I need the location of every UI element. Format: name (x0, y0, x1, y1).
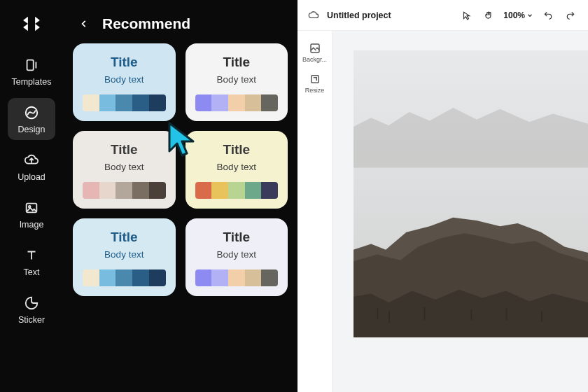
swatch (83, 94, 99, 111)
swatch (245, 94, 262, 111)
hand-tool-button[interactable] (479, 6, 498, 24)
back-button[interactable] (76, 15, 92, 32)
canvas-content (354, 50, 588, 337)
card-body: Body text (104, 162, 144, 172)
swatch (99, 94, 116, 111)
project-name[interactable]: Untitled project (327, 10, 391, 20)
background-icon (309, 42, 321, 55)
design-panel: Recommend TitleBody textTitleBody textTi… (63, 0, 298, 392)
resize-icon (309, 73, 321, 85)
card-body: Body text (217, 74, 256, 85)
swatch (83, 270, 99, 286)
panel-header: Recommend (70, 0, 290, 43)
image-icon (22, 199, 41, 217)
rail-label: Text (24, 267, 40, 277)
zoom-control[interactable]: 100% (502, 10, 535, 20)
svg-rect-0 (27, 60, 34, 71)
rail-label: Templates (12, 77, 52, 87)
card-title: Title (111, 142, 138, 158)
rail-image[interactable]: Image (8, 193, 55, 235)
card-body: Body text (217, 249, 256, 260)
swatch (211, 270, 228, 286)
left-rail: Templates Design Upload Image Text Stick… (0, 0, 63, 392)
swatch (261, 270, 278, 286)
svg-rect-9 (424, 307, 426, 320)
color-swatches (83, 94, 166, 111)
template-card[interactable]: TitleBody text (73, 218, 176, 296)
template-card[interactable]: TitleBody text (73, 131, 176, 209)
rail-design[interactable]: Design (8, 98, 55, 140)
design-icon (22, 104, 41, 122)
upload-icon (22, 151, 41, 169)
side-tools: Backgr... Resize (298, 31, 332, 392)
card-body: Body text (217, 162, 256, 172)
color-swatches (83, 270, 166, 286)
template-card[interactable]: TitleBody text (186, 131, 288, 209)
card-body: Body text (104, 74, 144, 85)
card-body: Body text (104, 249, 144, 260)
swatch (115, 270, 132, 286)
template-card[interactable]: TitleBody text (186, 218, 288, 296)
rail-label: Design (18, 125, 46, 134)
cloud-icon[interactable] (306, 8, 321, 23)
color-swatches (195, 182, 279, 199)
panel-title: Recommend (102, 15, 190, 32)
rail-text[interactable]: Text (8, 241, 55, 283)
swatch (132, 94, 149, 111)
app-logo-icon (18, 10, 46, 38)
swatch (195, 182, 212, 199)
swatch (211, 94, 228, 111)
swatch (115, 94, 132, 111)
swatch (261, 94, 278, 111)
rail-upload[interactable]: Upload (8, 146, 55, 188)
tool-label: Resize (305, 87, 325, 94)
swatch (228, 270, 245, 286)
swatch (115, 182, 132, 199)
swatch (211, 182, 228, 199)
swatch (261, 182, 278, 199)
color-swatches (195, 94, 279, 111)
template-card[interactable]: TitleBody text (73, 43, 176, 121)
sticker-icon (22, 294, 41, 312)
svg-rect-12 (541, 312, 542, 322)
swatch (83, 182, 99, 199)
card-title: Title (111, 55, 138, 70)
swatch (149, 270, 166, 286)
swatch (149, 94, 166, 111)
swatch (132, 270, 149, 286)
redo-button[interactable] (561, 6, 580, 24)
swatch (195, 270, 212, 286)
rail-templates[interactable]: Templates (8, 50, 55, 92)
undo-button[interactable] (539, 6, 557, 24)
swatch (195, 94, 212, 111)
swatch (99, 270, 116, 286)
color-swatches (195, 270, 279, 286)
canvas[interactable] (332, 31, 588, 392)
select-tool-button[interactable] (457, 6, 475, 24)
swatch (99, 182, 116, 199)
editor: Untitled project 100% Backg (298, 0, 588, 392)
resize-tool[interactable]: Resize (301, 70, 329, 97)
background-tool[interactable]: Backgr... (301, 39, 329, 66)
text-icon (22, 246, 41, 265)
color-swatches (83, 182, 166, 199)
templates-icon (22, 56, 41, 74)
swatch (245, 270, 262, 286)
rail-label: Sticker (18, 315, 45, 325)
rail-label: Image (20, 220, 44, 230)
zoom-value: 100% (503, 10, 525, 20)
swatch (132, 182, 149, 199)
editor-body: Backgr... Resize (298, 31, 588, 392)
svg-rect-7 (377, 309, 379, 319)
card-title: Title (223, 55, 250, 70)
swatch (228, 182, 245, 199)
rail-sticker[interactable]: Sticker (8, 288, 55, 330)
swatch (228, 94, 245, 111)
swatch (149, 182, 166, 199)
svg-rect-11 (506, 309, 507, 321)
rail-label: Upload (18, 172, 46, 182)
card-title: Title (223, 230, 250, 245)
template-card[interactable]: TitleBody text (186, 43, 288, 121)
card-title: Title (111, 230, 138, 245)
card-title: Title (223, 142, 250, 158)
